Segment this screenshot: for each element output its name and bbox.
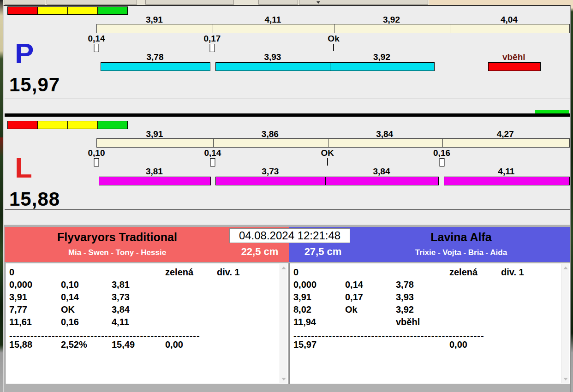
dog-time-label: 3,93 <box>264 52 281 62</box>
toolbar-button-fragment[interactable] <box>145 0 234 5</box>
dog-run-bars <box>96 62 569 71</box>
pass-marker-box <box>94 158 99 166</box>
split-time-label: 4,04 <box>449 15 569 24</box>
result-cell: 0,10 <box>61 279 79 290</box>
lane-letter: L <box>15 154 32 182</box>
team-dogs-left: Mia - Swen - Tony - Hessie <box>5 248 230 257</box>
dog-time-label: 3,73 <box>262 166 279 177</box>
pass-marker-box <box>210 158 215 166</box>
pass-time-label: 0,14 <box>204 148 221 158</box>
result-box-right[interactable]: 0zelenádiv. 10,0000,143,783,910,173,938,… <box>289 263 570 384</box>
scroll-up-icon[interactable] <box>281 267 286 269</box>
dog-run-labels: 3,783,933,92vběhl <box>96 52 569 61</box>
split-bar-segment <box>442 139 569 147</box>
split-time-labels: 3,914,113,924,04 <box>96 15 569 24</box>
result-row: 7,77OK3,84 <box>6 304 288 317</box>
split-time-label: 3,86 <box>213 129 328 138</box>
result-row: 11,610,164,11 <box>6 317 288 329</box>
result-cell: 3,78 <box>396 279 414 290</box>
pass-marker-box <box>439 158 444 166</box>
result-cell: 3,81 <box>112 279 130 290</box>
pass-marker-box <box>94 44 99 52</box>
start-light-cell <box>37 121 68 129</box>
scrollbar[interactable] <box>280 264 287 383</box>
pass-tick-labels: 0,140,17Ok <box>96 34 569 43</box>
result-cell: 0 <box>293 267 298 278</box>
team-dogs-right: Trixie - Vojta - Bria - Aida <box>354 248 568 257</box>
split-bar-segment <box>213 24 334 33</box>
dog-time-label: 3,78 <box>146 52 163 62</box>
pass-marker-line <box>333 44 334 51</box>
split-bar <box>96 24 570 33</box>
team-name-left: Flyvaryors Traditional <box>5 231 230 244</box>
result-cell: 3,92 <box>396 304 414 315</box>
background-toolbar-strip <box>3 0 573 5</box>
toolbar-button-fragment[interactable] <box>5 0 45 5</box>
dog-time-label: 3,81 <box>146 166 163 177</box>
pass-marker-line <box>327 158 328 166</box>
scrollbar[interactable] <box>561 264 569 383</box>
split-bar-segment <box>97 139 213 147</box>
result-cell: 0 <box>9 267 14 278</box>
result-cell: vběhl <box>396 317 420 327</box>
result-cell: OK <box>61 304 75 315</box>
lane-l: 3,913,863,844,270,100,14OK0,163,813,733,… <box>5 117 570 225</box>
jump-height-left: 22,5 cm <box>231 246 289 258</box>
dog-run-bar <box>325 177 439 185</box>
timestamp: 04.08.2024 12:21:48 <box>229 228 350 243</box>
dog-run-bar <box>330 62 435 71</box>
dog-run-bar <box>215 177 326 185</box>
lane-total-time: 15,88 <box>9 190 60 209</box>
scroll-up-icon[interactable] <box>563 267 568 269</box>
result-cell: 0,000 <box>293 279 316 290</box>
result-row: 3,910,173,93 <box>290 292 570 304</box>
scroll-down-icon[interactable] <box>563 378 568 380</box>
split-time-label: 4,11 <box>212 15 334 24</box>
result-cell: 11,94 <box>293 317 316 327</box>
result-box-left[interactable]: 0zelenádiv. 10,0000,103,813,910,143,737,… <box>5 263 288 384</box>
result-cell: 0,17 <box>345 292 363 303</box>
split-bar-segment <box>450 24 569 33</box>
result-cell: 3,73 <box>112 292 130 303</box>
result-cell: 0,00 <box>165 339 183 350</box>
start-light-cell <box>67 6 98 15</box>
pass-tick-markers <box>96 44 569 53</box>
result-cell: 4,11 <box>112 317 129 327</box>
result-cell: Ok <box>345 304 358 315</box>
lane-divider-bar <box>5 113 570 117</box>
result-cell: 0,16 <box>61 317 79 327</box>
lane-bottom-line <box>5 209 570 210</box>
desktop-edge-left <box>0 0 3 392</box>
dog-run-bar <box>488 62 541 71</box>
start-light-cell <box>67 121 98 129</box>
split-time-label: 3,92 <box>334 15 449 24</box>
pass-time-label: 0,10 <box>88 148 105 158</box>
chevron-down-icon[interactable] <box>316 1 320 4</box>
dog-time-label: 3,84 <box>373 166 390 177</box>
split-bar-segment <box>334 24 450 33</box>
result-cell: 15,88 <box>9 339 32 350</box>
background-window-strip <box>429 0 573 5</box>
result-cell: 3,93 <box>396 292 414 303</box>
jump-height-right: 27,5 cm <box>294 246 352 258</box>
result-cell: 3,91 <box>9 292 27 303</box>
pass-time-label: 0,14 <box>88 34 105 44</box>
lane-letter: P <box>15 39 34 68</box>
result-cell: 0,14 <box>61 292 79 303</box>
start-light-cell <box>97 121 128 129</box>
result-row: 0zelenádiv. 1 <box>290 267 570 279</box>
lane-total-time: 15,97 <box>9 75 60 95</box>
start-light-cell <box>97 6 128 15</box>
split-time-label: 3,84 <box>328 129 442 138</box>
pass-time-label: OK <box>321 148 334 158</box>
toolbar-button-fragment[interactable] <box>258 0 298 5</box>
dog-time-label: 3,92 <box>373 52 390 62</box>
result-cell: zelená <box>165 267 193 278</box>
scroll-down-icon[interactable] <box>281 378 286 380</box>
result-cell: zelená <box>449 267 478 278</box>
result-cell: 15,97 <box>293 339 316 350</box>
result-row: 3,910,143,73 <box>6 292 288 304</box>
toolbar-button-fragment[interactable] <box>47 0 137 5</box>
result-cell: 0,00 <box>449 339 467 350</box>
dog-time-label: 4,11 <box>498 166 514 177</box>
